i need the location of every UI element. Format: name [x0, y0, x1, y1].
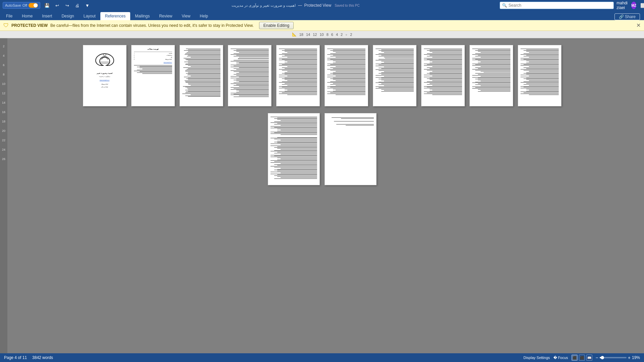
ruler-left-14: 14 — [0, 98, 7, 107]
zoom-control: − + 19% — [596, 355, 640, 360]
document-page-9[interactable] — [469, 45, 513, 106]
document-area: 2 4 6 8 10 12 14 16 18 20 22 24 26 — [0, 38, 644, 353]
ruler-num-12: 12 — [312, 33, 318, 37]
document-page-11[interactable] — [268, 113, 320, 185]
calligraphy-art — [93, 52, 116, 69]
search-bar[interactable]: 🔍 — [500, 2, 614, 9]
read-mode-view-icon[interactable]: 📖 — [586, 355, 592, 361]
tab-view[interactable]: View — [177, 12, 195, 20]
document-page-3[interactable] — [180, 45, 223, 106]
page-9-content — [470, 45, 513, 106]
zoom-level: 19% — [632, 355, 640, 360]
autosave-label: AutoSave — [5, 3, 21, 7]
page-5-lines — [279, 49, 317, 95]
ruler-num-6: 6 — [330, 33, 334, 37]
ruler-num-18: 18 — [298, 33, 304, 37]
page-info: Page 4 of 11 — [4, 355, 27, 360]
page-2-content: فهرست مطالب مقدمه۱ مشخصات۲ نام۳ استاد مر… — [132, 45, 175, 106]
page-8-content — [422, 45, 464, 106]
ruler-left-8: 8 — [0, 70, 7, 79]
view-mode-icons: ⬛ ⬛ 📖 — [572, 355, 592, 361]
ribbon-tabs: File Home Insert Design Layout Reference… — [0, 11, 644, 20]
ruler-left-26: 26 — [0, 154, 7, 164]
status-bar-right: Display Settings � Focus ⬛ ⬛ 📖 − + 19% — [524, 355, 640, 361]
user-profile[interactable]: mahdi ziaei MZ — [616, 1, 636, 10]
page-9-lines — [472, 49, 510, 92]
save-status: Saved to this PC — [335, 4, 359, 7]
title-bar: AutoSave Off 💾 ↩ ↪ 🖨 ▼ اهمیت و ضرورت تغی… — [0, 0, 644, 11]
tab-mailings[interactable]: Mailings — [130, 12, 154, 20]
ruler-left-20: 20 — [0, 126, 7, 136]
toc-item-4: استاد مربوطه۴ — [134, 59, 172, 60]
document-page-1[interactable]: اهمیت و ضرورت تغییر و نوآوری در مدیریت w… — [83, 45, 127, 106]
shield-icon: 🛡 — [3, 22, 9, 29]
print-icon[interactable]: 🖨 — [73, 1, 81, 9]
document-page-5[interactable] — [276, 45, 320, 106]
tab-layout[interactable]: Layout — [79, 12, 100, 20]
zoom-out-button[interactable]: − — [596, 355, 598, 360]
page-row-1: اهمیت و ضرورت تغییر و نوآوری در مدیریت w… — [83, 45, 561, 106]
ribbon-display-icons: ⬜ — [639, 1, 644, 9]
ruler-num-4: 4 — [335, 33, 339, 37]
document-page-8[interactable] — [421, 45, 465, 106]
title-bar-right: 🔍 mahdi ziaei MZ ⬜ ─ □ ✕ — [500, 0, 641, 11]
tab-references[interactable]: References — [100, 12, 130, 20]
page-6-lines — [327, 49, 365, 95]
page-4-content — [228, 45, 271, 106]
document-title-area: اهمیت و ضرورت تغییر و نوآوری در مدیریت —… — [91, 3, 500, 8]
display-settings-button[interactable]: Display Settings — [524, 356, 550, 360]
zoom-slider[interactable] — [600, 357, 627, 358]
ruler-left-24: 24 — [0, 145, 7, 154]
protected-view-message: Be careful—files from the Internet can c… — [50, 23, 254, 28]
save-icon[interactable]: 💾 — [43, 1, 51, 9]
page-10-content — [518, 45, 561, 106]
tab-insert[interactable]: Insert — [37, 12, 57, 20]
document-name: اهمیت و ضرورت تغییر و نوآوری در مدیریت — [232, 3, 296, 7]
tab-file[interactable]: File — [1, 12, 17, 20]
enable-editing-button[interactable]: Enable Editing — [259, 22, 294, 29]
page-11-content — [268, 113, 319, 185]
search-input[interactable] — [508, 3, 611, 8]
focus-button[interactable]: � Focus — [553, 356, 568, 360]
document-page-4[interactable] — [228, 45, 271, 106]
tab-help[interactable]: Help — [195, 12, 213, 20]
autosave-toggle-switch[interactable] — [29, 3, 38, 8]
avatar: MZ — [631, 2, 636, 9]
zoom-in-button[interactable]: + — [628, 355, 631, 360]
ribbon-toggle-icon[interactable]: ⬜ — [639, 1, 644, 9]
page-3-content — [180, 45, 223, 106]
ruler-icon: 📐 — [291, 32, 298, 37]
autosave-toggle[interactable]: AutoSave Off — [3, 2, 40, 9]
page-number-ruler: 2 4 6 8 10 12 14 16 18 20 22 24 26 — [0, 38, 7, 353]
document-page-6[interactable] — [325, 45, 368, 106]
protected-bar-close[interactable]: ✕ — [636, 22, 641, 29]
page-10-lines — [521, 49, 559, 95]
tab-review[interactable]: Review — [154, 12, 177, 20]
quick-access-toolbar: 💾 ↩ ↪ 🖨 ▼ — [43, 1, 91, 9]
page-8-lines — [424, 49, 462, 95]
page-7-content — [373, 45, 416, 106]
user-name: mahdi ziaei — [616, 1, 630, 10]
ruler-left-2: 2 — [0, 42, 7, 51]
status-bar: Page 4 of 11 3842 words Display Settings… — [0, 353, 644, 362]
print-layout-view-icon[interactable]: ⬛ — [572, 355, 578, 361]
ruler-bar: 📐 18 14 12 10 8 6 4 2 ⬦ 2 — [0, 31, 644, 38]
page-1-content: اهمیت و ضرورت تغییر و نوآوری در مدیریت w… — [83, 45, 126, 106]
document-page-7[interactable] — [373, 45, 416, 106]
share-button[interactable]: 🔗 Share — [614, 13, 640, 20]
customize-icon[interactable]: ▼ — [83, 1, 91, 9]
zoom-slider-thumb[interactable] — [601, 356, 604, 359]
document-page-12[interactable] — [325, 113, 377, 185]
page-7-lines — [376, 49, 414, 92]
web-layout-view-icon[interactable]: ⬛ — [579, 355, 585, 361]
tab-design[interactable]: Design — [57, 12, 79, 20]
redo-icon[interactable]: ↪ — [63, 1, 71, 9]
undo-icon[interactable]: ↩ — [53, 1, 61, 9]
ruler-left-18: 18 — [0, 117, 7, 126]
document-page-10[interactable] — [518, 45, 561, 106]
document-page-2[interactable]: فهرست مطالب مقدمه۱ مشخصات۲ نام۳ استاد مر… — [131, 45, 175, 106]
ruler-num-14: 14 — [305, 33, 311, 37]
tab-home[interactable]: Home — [17, 12, 37, 20]
toc-title: فهرست مطالب — [134, 48, 172, 50]
toc-link: www.example.ac.ir — [134, 62, 172, 63]
